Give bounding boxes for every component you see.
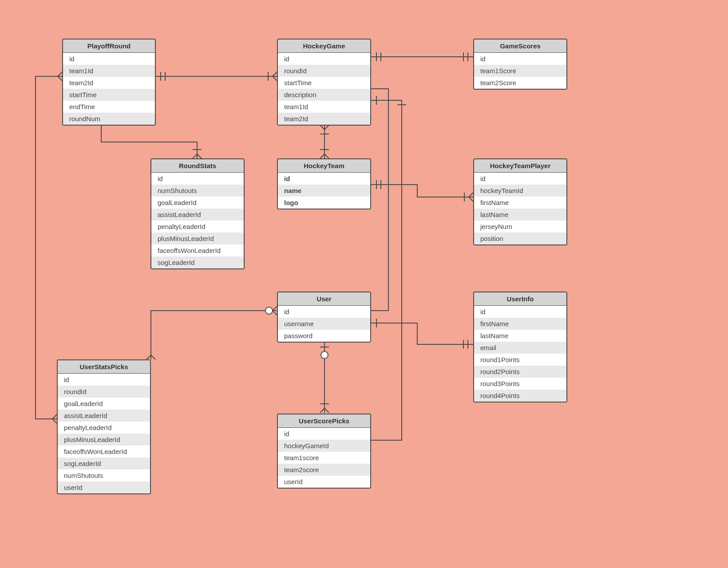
svg-line-26: [469, 197, 473, 201]
entity-title: UserScorePicks: [278, 414, 370, 428]
entity-field: roundNum: [63, 113, 155, 125]
entity-field: id: [151, 173, 244, 185]
entity-field: team1Score: [474, 65, 566, 77]
entity-gamescores: GameScores id team1Score team2Score: [473, 39, 567, 90]
entity-field: goalLeaderId: [58, 398, 150, 410]
entity-field: id: [278, 428, 370, 440]
entity-field: team1score: [278, 452, 370, 464]
svg-line-42: [273, 311, 277, 315]
entity-title: GameScores: [474, 39, 566, 53]
entity-field: name: [278, 185, 370, 197]
entity-field: round4Points: [474, 390, 566, 402]
svg-line-3: [273, 72, 277, 76]
svg-point-40: [265, 307, 273, 314]
entity-field: roundId: [58, 386, 150, 398]
entity-title: User: [278, 292, 370, 306]
entity-field: round3Points: [474, 378, 566, 390]
svg-line-35: [58, 76, 62, 81]
entity-field: id: [278, 306, 370, 318]
svg-line-14: [197, 154, 202, 158]
svg-line-19: [320, 154, 324, 158]
svg-line-34: [58, 72, 62, 76]
entity-field: startTime: [63, 89, 155, 101]
entity-hockeyteamplayer: HockeyTeamPlayer id hockeyTeamId firstNa…: [473, 158, 567, 245]
entity-field: id: [474, 306, 566, 318]
entity-field: userId: [58, 481, 150, 493]
entity-field: id: [278, 173, 370, 185]
entity-title: HockeyTeamPlayer: [474, 159, 566, 173]
svg-line-36: [52, 414, 57, 419]
svg-line-38: [146, 355, 151, 359]
entity-field: jerseyNum: [474, 221, 566, 233]
entity-field: faceoffsWonLeaderId: [58, 446, 150, 458]
entity-userscorepicks: UserScorePicks id hockeyGameId team1scor…: [277, 414, 371, 489]
entity-title: UserStatsPicks: [58, 360, 150, 374]
entity-field: faceoffsWonLeaderId: [151, 245, 244, 256]
entity-field: lastName: [474, 330, 566, 342]
entity-field: sogLeaderId: [151, 256, 244, 268]
entity-field: description: [278, 89, 370, 101]
entity-user: User id username password: [277, 292, 371, 343]
entity-field: hockeyGameId: [278, 440, 370, 452]
entity-field: id: [278, 53, 370, 65]
entity-field: plusMinusLeaderId: [58, 434, 150, 446]
entity-roundstats: RoundStats id numShutouts goalLeaderId a…: [150, 158, 245, 269]
entity-title: PlayoffRound: [63, 39, 155, 53]
entity-field: firstName: [474, 318, 566, 330]
entity-field: assistLeaderId: [151, 209, 244, 221]
entity-field: assistLeaderId: [58, 410, 150, 422]
entity-field: id: [474, 173, 566, 185]
entity-field: username: [278, 318, 370, 330]
entity-field: email: [474, 342, 566, 354]
entity-field: firstName: [474, 197, 566, 209]
entity-field: team2Score: [474, 77, 566, 89]
entity-title: HockeyGame: [278, 39, 370, 53]
entity-field: startTime: [278, 77, 370, 89]
svg-point-45: [321, 351, 328, 359]
entity-field: id: [58, 374, 150, 386]
entity-field: endTime: [63, 101, 155, 113]
entity-hockeygame: HockeyGame id roundId startTime descript…: [277, 39, 371, 126]
entity-field: hockeyTeamId: [474, 185, 566, 197]
entity-userstatspicks: UserStatsPicks id roundId goalLeaderId a…: [57, 359, 151, 494]
entity-field: roundId: [278, 65, 370, 77]
entity-field: id: [63, 53, 155, 65]
entity-field: userId: [278, 476, 370, 488]
entity-field: numShutouts: [58, 469, 150, 481]
entity-field: numShutouts: [151, 185, 244, 197]
svg-line-39: [151, 355, 155, 359]
entity-field: position: [474, 233, 566, 245]
svg-line-20: [324, 154, 329, 158]
entity-field: team2Id: [278, 113, 370, 125]
entity-field: sogLeaderId: [58, 458, 150, 469]
entity-field: id: [474, 53, 566, 65]
svg-line-47: [324, 408, 329, 413]
entity-title: RoundStats: [151, 159, 244, 173]
entity-field: round1Points: [474, 354, 566, 366]
svg-line-17: [320, 125, 324, 130]
entity-field: lastName: [474, 209, 566, 221]
entity-field: password: [278, 330, 370, 342]
svg-line-18: [324, 125, 329, 130]
svg-line-13: [193, 154, 197, 158]
entity-hockeyteam: HockeyTeam id name logo: [277, 158, 371, 209]
entity-field: team1Id: [63, 65, 155, 77]
entity-field: team2score: [278, 464, 370, 476]
svg-line-46: [320, 408, 324, 413]
svg-line-41: [273, 306, 277, 311]
entity-field: team1Id: [278, 101, 370, 113]
entity-title: HockeyTeam: [278, 159, 370, 173]
svg-line-37: [52, 419, 57, 423]
entity-field: goalLeaderId: [151, 197, 244, 209]
svg-line-25: [469, 193, 473, 197]
entity-field: penaltyLeaderId: [58, 422, 150, 434]
entity-field: logo: [278, 197, 370, 209]
entity-title: UserInfo: [474, 292, 566, 306]
entity-field: round2Points: [474, 366, 566, 378]
entity-field: penaltyLeaderId: [151, 221, 244, 233]
svg-line-4: [273, 76, 277, 81]
entity-field: plusMinusLeaderId: [151, 233, 244, 245]
entity-field: team2Id: [63, 77, 155, 89]
entity-playoffround: PlayoffRound id team1Id team2Id startTim…: [62, 39, 156, 126]
entity-userinfo: UserInfo id firstName lastName email rou…: [473, 292, 567, 402]
